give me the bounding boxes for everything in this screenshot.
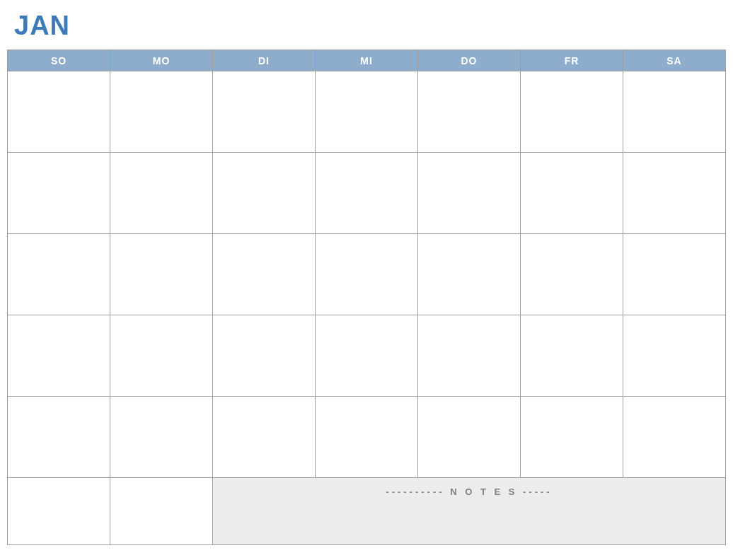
day-cell[interactable]: [623, 71, 726, 153]
weekday-header-do: DO: [418, 50, 521, 71]
day-cell[interactable]: [623, 153, 726, 234]
day-cell[interactable]: [8, 234, 110, 315]
notes-area[interactable]: ---------- N O T E S -----: [213, 478, 726, 545]
day-cell[interactable]: [8, 153, 110, 234]
day-cell[interactable]: [110, 234, 213, 315]
day-cell[interactable]: [316, 234, 418, 315]
day-cell[interactable]: [8, 397, 110, 478]
day-cell[interactable]: [8, 315, 110, 397]
day-cell[interactable]: [213, 71, 316, 153]
weekday-header-di: DI: [213, 50, 316, 71]
weekday-header-mi: MI: [316, 50, 418, 71]
day-cell[interactable]: [418, 153, 521, 234]
day-cell[interactable]: [110, 153, 213, 234]
day-cell[interactable]: [110, 397, 213, 478]
day-cell[interactable]: [418, 234, 521, 315]
day-cell[interactable]: [418, 397, 521, 478]
day-cell[interactable]: [110, 478, 213, 545]
day-cell[interactable]: [623, 315, 726, 397]
day-cell[interactable]: [110, 315, 213, 397]
day-cell[interactable]: [521, 153, 623, 234]
day-cell[interactable]: [521, 234, 623, 315]
day-cell[interactable]: [521, 397, 623, 478]
day-cell[interactable]: [316, 397, 418, 478]
month-title: JAN: [14, 11, 726, 41]
calendar-grid: SO MO DI MI DO FR SA: [7, 49, 726, 545]
day-cell[interactable]: [521, 71, 623, 153]
weekday-header-row: SO MO DI MI DO FR SA: [8, 50, 726, 71]
day-cell[interactable]: [316, 153, 418, 234]
day-cell[interactable]: [8, 71, 110, 153]
day-cell[interactable]: [521, 315, 623, 397]
day-cell[interactable]: [213, 234, 316, 315]
day-cell[interactable]: [418, 315, 521, 397]
day-cell[interactable]: [110, 71, 213, 153]
weekday-header-so: SO: [8, 50, 110, 71]
day-cell[interactable]: [316, 71, 418, 153]
weekday-header-sa: SA: [623, 50, 726, 71]
day-cell[interactable]: [623, 234, 726, 315]
day-cell[interactable]: [316, 315, 418, 397]
weekday-header-fr: FR: [521, 50, 623, 71]
day-cell[interactable]: [623, 397, 726, 478]
weekday-header-mo: MO: [110, 50, 213, 71]
day-cell[interactable]: [8, 478, 110, 545]
day-cell[interactable]: [213, 397, 316, 478]
notes-label: ---------- N O T E S -----: [386, 486, 552, 497]
day-cell[interactable]: [213, 153, 316, 234]
day-cell[interactable]: [418, 71, 521, 153]
day-cell[interactable]: [213, 315, 316, 397]
